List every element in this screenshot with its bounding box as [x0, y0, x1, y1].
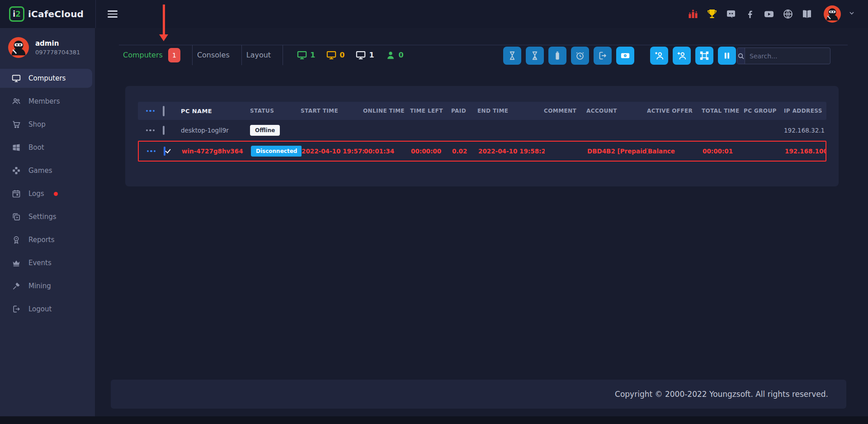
sidebar-item-computers[interactable]: Computers — [0, 69, 92, 88]
facebook-icon[interactable] — [744, 8, 756, 20]
counter-value: 0 — [399, 51, 404, 59]
counter-offline-pcs[interactable]: 1 — [355, 50, 374, 60]
alarm-button[interactable] — [571, 47, 589, 65]
alarm-clock-icon — [575, 51, 585, 61]
col-header-paid[interactable]: PAID — [451, 108, 477, 114]
globe-icon[interactable] — [782, 8, 794, 20]
person-icon — [385, 50, 396, 60]
cell-pc-name: desktop-1ogll9r — [181, 127, 250, 134]
hammer-icon — [12, 281, 21, 291]
chevron-down-icon[interactable] — [848, 10, 855, 19]
battery-icon — [552, 51, 562, 61]
docs-book-icon[interactable] — [801, 8, 813, 20]
sign-out-button[interactable] — [594, 47, 612, 65]
row-more-options-icon[interactable] — [146, 129, 155, 132]
cell-time-left: 00:00:00 — [411, 148, 452, 155]
hamburger-menu-icon[interactable] — [108, 10, 118, 18]
col-header-time-left[interactable]: TIME LEFT — [410, 108, 451, 114]
cell-online-time: 00:01:34 — [364, 148, 411, 155]
copyright-text: Copyright © 2000-2022 Youngzsoft. All ri… — [615, 390, 828, 399]
col-header-online-time[interactable]: ONLINE TIME — [363, 108, 410, 114]
add-member-star-button[interactable] — [650, 47, 668, 65]
bottom-strip — [0, 416, 868, 424]
counter-online-pcs[interactable]: 1 — [297, 50, 315, 60]
sidebar-item-label: Shop — [28, 120, 46, 129]
tab-layout[interactable]: Layout — [242, 45, 283, 65]
cell-account: DBD4B2 [Prepaid] — [587, 148, 648, 155]
topbar: i2 iCafeCloud — [0, 0, 868, 28]
sidebar-item-boot[interactable]: Boot — [0, 138, 92, 157]
col-header-ip-address[interactable]: IP ADDRESS — [784, 108, 826, 114]
row-checkbox-checked[interactable] — [164, 147, 165, 156]
logo-text: iCafeCloud — [28, 9, 84, 19]
icafecloud-app: i2 iCafeCloud — [0, 0, 868, 424]
col-header-account[interactable]: ACCOUNT — [586, 108, 647, 114]
trophy-icon[interactable] — [706, 8, 718, 20]
crown-icon — [12, 258, 21, 267]
monitor-icon — [355, 50, 366, 60]
col-header-status[interactable]: STATUS — [250, 108, 301, 114]
hourglass-2-button[interactable] — [526, 47, 544, 65]
sidebar-item-reports[interactable]: Reports — [0, 230, 92, 249]
tab-computers[interactable]: Computers 1 — [119, 45, 192, 65]
sign-out-icon — [598, 51, 608, 61]
col-header-total-time[interactable]: TOTAL TIME — [702, 108, 744, 114]
computers-table-card: PC NAME STATUS START TIME ONLINE TIME TI… — [125, 86, 839, 186]
cash-button[interactable] — [616, 47, 634, 65]
battery-button[interactable] — [548, 47, 566, 65]
sidebar-item-mining[interactable]: Mining — [0, 276, 92, 295]
cell-active-offer: Balance — [648, 148, 703, 155]
search-input[interactable] — [745, 48, 830, 64]
search-box — [737, 48, 830, 64]
sidebar-item-logs[interactable]: Logs — [0, 184, 92, 203]
sidebar-item-logout[interactable]: Logout — [0, 300, 92, 319]
search-icon — [737, 48, 745, 64]
tab-computers-badge: 1 — [168, 48, 180, 62]
counter-value: 1 — [310, 51, 315, 59]
col-header-comment[interactable]: COMMENT — [544, 108, 586, 114]
pause-button[interactable] — [718, 47, 736, 65]
profile-name: admin — [35, 39, 80, 48]
youtube-icon[interactable] — [763, 8, 775, 20]
row-checkbox[interactable] — [163, 126, 165, 135]
col-header-pc-name[interactable]: PC NAME — [181, 108, 250, 114]
cart-icon — [12, 120, 21, 129]
user-avatar[interactable] — [824, 5, 841, 23]
sidebar-item-shop[interactable]: Shop — [0, 115, 92, 134]
row-more-options-icon[interactable] — [147, 150, 156, 152]
header-select-all[interactable] — [163, 107, 181, 115]
hourglass-icon — [507, 51, 517, 61]
col-header-start-time[interactable]: START TIME — [301, 108, 363, 114]
tab-consoles[interactable]: Consoles — [193, 45, 241, 65]
cell-ip-address: 192.168.32.1 — [784, 127, 826, 134]
sidebar-item-events[interactable]: Events — [0, 253, 92, 272]
hourglass-button[interactable] — [503, 47, 521, 65]
actions-toolbar — [503, 47, 736, 65]
col-header-pc-group[interactable]: PC GROUP — [744, 108, 784, 114]
counter-pending-pcs[interactable]: 0 — [326, 50, 344, 60]
sidebar-item-label: Members — [28, 97, 60, 105]
discord-icon[interactable] — [725, 8, 737, 20]
select-all-checkbox[interactable] — [163, 106, 165, 116]
table-row[interactable]: desktop-1ogll9r Offline 192.168.32.1 — [138, 120, 826, 141]
add-member-star-icon — [654, 51, 664, 61]
logo[interactable]: i2 iCafeCloud — [0, 0, 96, 28]
sidebar-profile[interactable]: admin 097778704381 — [0, 28, 95, 62]
pause-icon — [722, 51, 732, 61]
cell-ip-address: 192.168.100.113 — [785, 148, 826, 155]
sidebar-item-games[interactable]: Games — [0, 161, 92, 180]
monitor-icon — [12, 74, 21, 83]
col-header-active-offer[interactable]: ACTIVE OFFER — [647, 108, 702, 114]
select-object-icon — [699, 51, 709, 61]
sidebar-item-settings[interactable]: Settings — [0, 207, 92, 226]
col-header-end-time[interactable]: END TIME — [477, 108, 544, 114]
counter-logged-in-members[interactable]: 0 — [385, 50, 404, 60]
medal-icon — [12, 235, 21, 244]
header-more-options[interactable] — [138, 110, 163, 112]
select-object-button[interactable] — [695, 47, 713, 65]
sidebar-item-members[interactable]: Members — [0, 92, 92, 111]
monitor-icon — [297, 50, 307, 60]
ranking-icon[interactable] — [687, 8, 699, 20]
table-row-selected[interactable]: win-4727g8hv364 Disconnected 2022-04-10 … — [138, 141, 826, 162]
add-member-plus-button[interactable] — [673, 47, 691, 65]
